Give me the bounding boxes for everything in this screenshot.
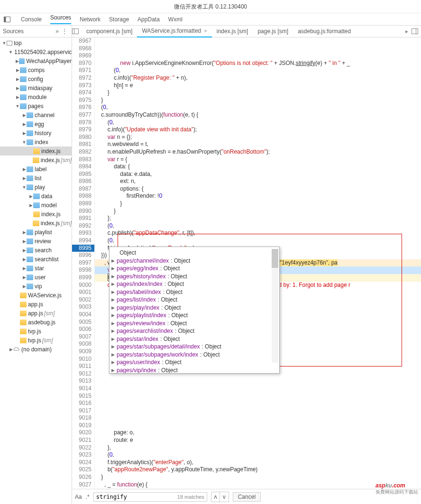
search-bar: Aa .* 18 matches ʌ v Cancel [72,489,421,504]
tree-node[interactable]: ▶search [0,246,72,255]
svg-rect-5 [412,29,418,34]
tree-node[interactable]: ▶history [0,128,72,137]
popup-entry[interactable]: ▶pages/play/index: Object [111,304,277,312]
tree-node[interactable]: ▶list [0,174,72,183]
popup-entry[interactable]: ▶pages/history/index: Object [111,273,277,281]
prev-match[interactable]: ʌ [211,492,220,502]
popup-entry[interactable]: ▶pages/index/index: Object [111,280,277,288]
tree-node[interactable]: ▶review [0,237,72,246]
navigator-icon[interactable] [72,28,82,34]
popup-entry[interactable]: ▶pages/list/index: Object [111,296,277,304]
tree-node[interactable]: ▶searchlist [0,255,72,264]
file-tab[interactable]: asdebug.js:formatted [293,26,356,37]
svg-rect-2 [7,41,12,45]
sidebar-label: Sources [3,28,54,35]
chevron-right-icon[interactable]: ▸ [402,28,412,35]
file-tree[interactable]: ▼top▼1150254092.appservice.open.weixin▶W… [0,37,72,504]
tree-node[interactable]: ▶model [0,201,72,210]
overflow-icon[interactable]: » [54,28,60,35]
window-title: 微信开发者工具 0.12.130400 [0,0,421,13]
tree-node[interactable]: ▶playlist [0,228,72,237]
file-tab[interactable]: index.js [sm] [212,26,253,37]
popup-entry[interactable]: ▶pages/review/index: Object [111,320,277,328]
tree-node[interactable]: ▶egg [0,119,72,128]
file-tab[interactable]: page.js [sm] [253,26,293,37]
tree-node[interactable]: tvp.js[sm] [0,336,72,345]
tree-node[interactable]: ▶channel [0,110,72,119]
tree-node[interactable]: index.js[sm] [0,219,72,228]
tree-node[interactable]: ▶data [0,192,72,201]
tree-node[interactable]: app.js [0,300,72,309]
tree-node[interactable]: ▶config [0,74,72,83]
popup-entry[interactable]: ▶pages/vip/index: Object [111,367,277,374]
tree-node[interactable]: ▶module [0,92,72,101]
tree-node[interactable]: ▼1150254092.appservice.open.weixin [0,47,72,56]
tree-node[interactable]: WAService.js [0,291,72,300]
popup-entry[interactable]: ▶pages/star/index: Object [111,335,277,343]
regex-toggle[interactable]: .* [86,494,90,500]
tab-storage[interactable]: Storage [109,16,129,23]
dock-icon[interactable] [4,17,12,22]
next-match[interactable]: v [220,492,229,502]
tree-node[interactable]: ▼index [0,137,72,147]
debugger-pane-icon[interactable] [412,28,421,34]
tab-network[interactable]: Network [80,16,101,23]
popup-entry[interactable]: ▶pages/user/index: Object [111,358,277,367]
devtools-tabbar: Console Sources Network Storage AppData … [0,13,421,26]
tree-node[interactable]: ▶label [0,165,72,174]
tree-node[interactable]: ▶vip [0,282,72,291]
tree-node[interactable]: index.js [0,210,72,219]
object-inspector-popup[interactable]: Object ▶pages/channel/index: Object▶page… [109,247,280,374]
match-count: 18 matches [177,494,204,500]
popup-entry[interactable]: ▶pages/playlist/index: Object [111,312,277,320]
tree-node[interactable]: ▶(no domain) [0,345,72,354]
cancel-button[interactable]: Cancel [233,492,261,502]
file-tab[interactable]: component.js [sm] [82,26,137,37]
tree-node[interactable]: ▼play [0,183,72,192]
popup-entry[interactable]: ▶pages/label/index: Object [111,288,277,296]
tree-node[interactable]: app.js[sm] [0,309,72,318]
tree-node[interactable]: ▶WechatAppPlayer [0,56,72,65]
more-icon[interactable]: ⋮ [60,28,69,35]
popup-entry[interactable]: ▶pages/channel/index: Object [111,257,277,265]
tab-console[interactable]: Console [21,16,42,23]
popup-entry[interactable]: ▶pages/egg/index: Object [111,265,277,273]
popup-scroll-thumb[interactable] [272,249,278,268]
tree-node[interactable]: ▼pages [0,101,72,110]
tree-node[interactable]: ▶user [0,273,72,282]
popup-entry[interactable]: ▶pages/star/subpages/work/index: Object [111,351,277,359]
svg-rect-1 [4,17,6,22]
tree-node[interactable]: ▶star [0,264,72,273]
sidebar: Sources » ⋮ ▼top▼1150254092.appservice.o… [0,26,72,504]
file-tab[interactable]: WAService.js:formatted× [137,26,211,37]
tree-node[interactable]: ▼top [0,38,72,47]
tree-node[interactable]: asdebug.js [0,318,72,327]
tree-node[interactable]: ▶comps [0,65,72,74]
tab-sources[interactable]: Sources [50,14,71,24]
popup-entry[interactable]: ▶pages/searchlist/index: Object [111,327,277,335]
tree-node[interactable]: ▶midaspay [0,83,72,92]
tree-node[interactable]: index.js [0,147,72,156]
tab-appdata[interactable]: AppData [137,16,160,23]
svg-rect-3 [73,29,79,34]
editor-tabs: component.js [sm]WAService.js:formatted×… [72,26,421,37]
close-icon[interactable]: × [204,28,207,34]
watermark: aspku.com 免费网站源码下载站 [375,482,418,495]
case-toggle[interactable]: Aa [75,494,82,500]
popup-entry[interactable]: ▶pages/star/subpages/detail/index: Objec… [111,343,277,351]
tree-node[interactable]: index.js[sm] [0,156,72,165]
tab-wxml[interactable]: Wxml [168,16,183,23]
search-input[interactable] [96,494,172,500]
tree-node[interactable]: tvp.js [0,327,72,336]
